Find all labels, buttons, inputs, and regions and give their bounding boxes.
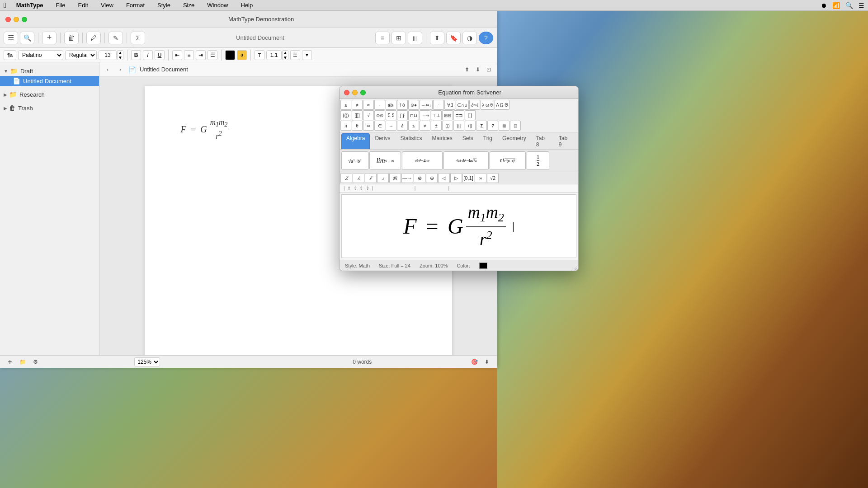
screen-record-icon[interactable]: ⏺ [821,2,827,9]
sym-tops[interactable]: ⊤⊥ [431,110,442,120]
underline-btn[interactable]: U [155,50,165,60]
download-btn[interactable]: ⬇ [482,357,491,366]
control-strip-icon[interactable]: ☰ [859,2,864,9]
sym-lambda-cap[interactable]: Λ Ω Θ [495,100,509,110]
justify-btn[interactable]: ☰ [208,50,217,60]
esym-tri2[interactable]: ▷ [450,173,462,183]
sym-in-cup[interactable]: ∈∩∪ [456,100,469,110]
sym-bracket5[interactable]: ⟨|⟩ [465,121,476,131]
sym-arrows-lr[interactable]: →⇔↓ [420,100,433,110]
view-list-btn[interactable]: ≡ [375,32,390,44]
sigma-btn[interactable]: Σ [131,32,145,44]
sym-lambda[interactable]: λ ω θ [481,100,494,110]
nav-fullscreen-btn[interactable]: ⊡ [484,65,493,74]
add-bottom-btn[interactable]: + [5,357,14,366]
sym-partial-inf[interactable]: ∂∞ℓ [469,100,480,110]
sym-ab-dot[interactable]: ȧb· [386,100,396,110]
nav-forward-btn[interactable]: › [116,65,125,74]
tab-matrices[interactable]: Matrices [427,133,457,149]
sym-parens2[interactable]: (|) [442,121,453,131]
weight-select[interactable]: Regular [65,50,97,60]
sym-infty[interactable]: ∞ [363,121,374,131]
mathtype-min-btn[interactable] [352,90,358,95]
highlight-color-btn[interactable]: a [237,50,247,60]
sym-hats[interactable]: î ô [397,100,408,110]
apple-menu[interactable]:  [4,1,6,9]
esym-f[interactable]: 𝐹 [365,173,377,183]
menu-style[interactable]: Style [155,1,173,9]
sidebar-item-trash[interactable]: ▶ 🗑 Trash [0,103,99,113]
sym-bracket2[interactable]: ⊓⊔ [408,110,419,120]
esym-infty2[interactable]: ∞ [475,173,486,183]
nav-back-btn[interactable]: ‹ [103,65,112,74]
sym-sigma[interactable]: Σ Σ̃ [386,110,396,120]
tmpl-fraction[interactable]: 1 2 [527,151,549,170]
edit-btn[interactable]: ✎ [108,32,123,44]
text-type-btn[interactable]: T [255,50,264,60]
sidebar-toggle-btn[interactable]: ☰ [4,32,18,44]
sym-dots[interactable]: ⊙⊙ [374,110,385,120]
sym-integral[interactable]: ∫ ∮ [397,110,408,120]
share-btn[interactable]: ⬆ [430,32,444,44]
document-title-input[interactable]: Untitled Document [147,34,373,41]
sym-arrows2[interactable]: →⇒ [420,110,430,120]
line-spacing-input[interactable] [266,50,282,60]
esym-k[interactable]: 𝑘 [353,173,364,183]
align-right-btn[interactable]: ⇥ [196,50,206,60]
menu-help[interactable]: Help [238,1,256,9]
sym-dot[interactable]: · [374,100,385,110]
equation-editor[interactable]: F = G m1m2 r2 | [341,194,576,258]
font-size-input[interactable] [99,50,117,60]
sym-elem[interactable]: ∈ [374,121,385,131]
tab-geometry[interactable]: Geometry [497,133,531,149]
sym-box1[interactable]: ⊠ [499,121,509,131]
sym-approx[interactable]: ≈ [363,100,374,110]
tab-statistics[interactable]: Statistics [395,133,427,149]
tab-tab9[interactable]: Tab 9 [554,133,576,149]
bold-btn[interactable]: B [131,50,141,60]
list-style-btn[interactable]: ▼ [302,50,312,60]
minimize-button[interactable] [14,17,19,22]
theme-btn[interactable]: ◑ [462,32,477,44]
esym-oplus[interactable]: ⊕ [426,173,438,183]
sym-bigbracket[interactable]: ⟦⟧ [465,110,476,120]
sym-box2[interactable]: ⊡ [510,121,521,131]
sym-pm[interactable]: ± [431,121,442,131]
menu-size[interactable]: Size [180,1,197,9]
bookmark-btn[interactable]: 🔖 [446,32,461,44]
nav-expand-btn[interactable]: ⬆ [462,65,472,74]
settings-btn[interactable]: ⚙ [31,357,40,366]
delete-btn[interactable]: 🗑 [64,32,79,44]
esym-tri[interactable]: ◁ [438,173,450,183]
font-select[interactable]: Palatino [18,50,63,60]
add-folder-btn[interactable]: 📁 [18,357,27,366]
view-grid-btn[interactable]: ⊞ [392,32,406,44]
sym-theta[interactable]: θ [352,121,363,131]
menu-format[interactable]: Format [123,1,147,9]
sym-brackets[interactable]: [[]] [352,110,363,120]
highlight-btn[interactable]: 🖊 [86,32,101,44]
status-color-swatch[interactable] [479,263,487,269]
view-cols-btn[interactable]: ⫼ [408,32,422,44]
sym-neq2[interactable]: ≠ [420,121,430,131]
esym-s[interactable]: 𝑠 [377,173,389,183]
esym-sqrt3[interactable]: √2 [487,173,499,183]
sym-grid[interactable]: ⊞⊟ [442,110,453,120]
tmpl-factorial[interactable]: n! r!(n−r)! [490,151,526,170]
sym-pi[interactable]: π [340,121,351,131]
tab-derivs[interactable]: Derivs [370,133,395,149]
para-style-btn[interactable]: ¶a [4,50,16,60]
list-btn[interactable]: ☰ [290,50,300,60]
resize-handle[interactable] [573,265,578,271]
sidebar-item-draft[interactable]: ▼ 📁 Draft [0,66,99,76]
wifi-icon[interactable]: 📶 [832,2,840,9]
search-btn[interactable]: 🔍 [20,32,34,44]
sym-leq2[interactable]: ≤ [408,121,419,131]
menu-mathtype[interactable]: MathType [14,1,46,9]
menu-window[interactable]: Window [204,1,231,9]
mathtype-max-btn[interactable] [360,90,366,95]
sym-bracket3[interactable]: ⊏⊐ [453,110,464,120]
sym-neq[interactable]: ≠ [352,100,363,110]
sym-forall[interactable]: ∀∃ [444,100,455,110]
search-icon[interactable]: 🔍 [845,2,853,9]
